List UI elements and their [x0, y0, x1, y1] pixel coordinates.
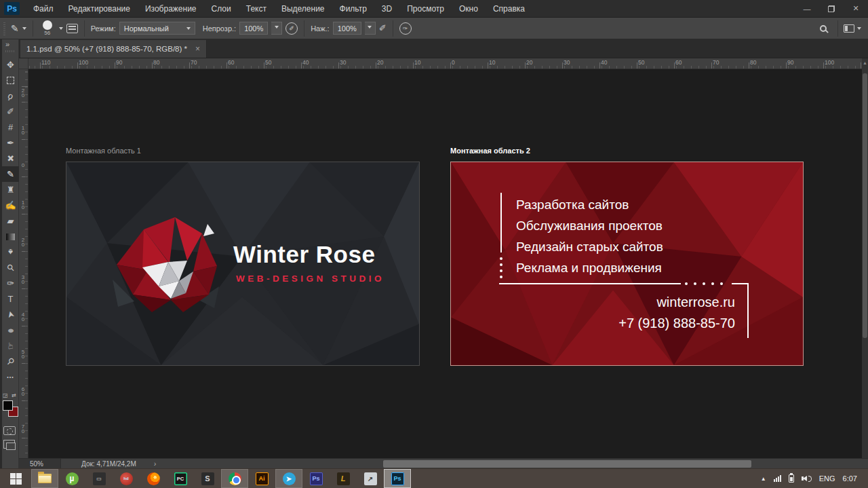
- language-indicator[interactable]: ENG: [819, 474, 835, 483]
- photoshop-active-icon: Ps: [391, 472, 404, 485]
- swap-colors-icon[interactable]: ◲⇄: [3, 392, 16, 398]
- tab-close-icon[interactable]: ×: [195, 44, 200, 54]
- taskbar-telegram[interactable]: ➤: [275, 469, 302, 488]
- flow-select[interactable]: 100%: [333, 22, 361, 35]
- opacity-select[interactable]: 100%: [239, 22, 268, 35]
- menu-filter[interactable]: Фильтр: [332, 0, 374, 18]
- search-icon[interactable]: [820, 25, 827, 32]
- clone-stamp-tool[interactable]: ♜: [2, 182, 19, 198]
- pen-tool[interactable]: ✑: [2, 276, 19, 291]
- quick-mask-button[interactable]: [3, 426, 16, 435]
- eraser-tool[interactable]: ▰: [2, 213, 19, 229]
- menu-select[interactable]: Выделение: [274, 0, 332, 18]
- scroll-up-icon[interactable]: ▲: [863, 60, 867, 65]
- toolbar-collapse-icon[interactable]: »: [5, 40, 9, 48]
- menu-view[interactable]: Просмотр: [399, 0, 452, 18]
- artboard1-label[interactable]: Монтажная область 1: [66, 147, 141, 155]
- taskbar-download-app[interactable]: hd: [113, 469, 140, 488]
- close-button[interactable]: ✕: [844, 0, 868, 18]
- taskbar-photoshop[interactable]: Ps: [302, 469, 330, 488]
- vertical-scroll-thumb[interactable]: [863, 73, 867, 338]
- ruler-label: 50: [20, 350, 26, 359]
- menu-window[interactable]: Окно: [452, 0, 486, 18]
- menu-layers[interactable]: Слои: [204, 0, 239, 18]
- network-signal-icon[interactable]: [774, 475, 781, 482]
- volume-icon[interactable]: [802, 476, 812, 482]
- clock[interactable]: 6:07: [843, 474, 857, 483]
- brush-picker-caret-icon[interactable]: [59, 27, 63, 32]
- crop-tool[interactable]: #: [2, 119, 19, 135]
- ruler-label: 10: [414, 59, 420, 66]
- taskbar-firefox[interactable]: [140, 469, 167, 488]
- vertical-scrollbar[interactable]: ▲: [862, 58, 868, 458]
- zoom-tool[interactable]: ⚲: [2, 354, 19, 369]
- brush-tool-preset-icon[interactable]: ✎: [11, 23, 19, 34]
- blend-mode-select[interactable]: Нормальный: [119, 22, 195, 35]
- brush-preview[interactable]: 56: [39, 20, 56, 36]
- rectangular-marquee-tool[interactable]: [2, 73, 19, 88]
- artboard1-business-card-front: Winter Rose WEB-DESIGN STUDIO: [66, 162, 420, 366]
- horizontal-scroll-thumb[interactable]: [383, 460, 751, 468]
- battery-icon[interactable]: [789, 474, 794, 483]
- restore-button[interactable]: [819, 0, 844, 18]
- zoom-level-field[interactable]: 50%: [19, 459, 61, 469]
- taskbar-photoshop-active[interactable]: Ps: [384, 469, 411, 488]
- chevron-down-icon: [368, 26, 372, 31]
- history-brush-tool[interactable]: ✍: [2, 198, 19, 213]
- gradient-tool[interactable]: [2, 229, 19, 244]
- hand-tool[interactable]: ☞: [2, 338, 19, 354]
- tool-preset-caret-icon[interactable]: [22, 27, 26, 32]
- foreground-color-swatch[interactable]: [3, 400, 13, 411]
- opacity-caret[interactable]: [271, 22, 282, 35]
- blur-tool[interactable]: ♠: [2, 244, 19, 260]
- quick-selection-tool[interactable]: ✐: [2, 104, 19, 119]
- menu-edit[interactable]: Редактирование: [61, 0, 138, 18]
- flow-caret[interactable]: [365, 22, 376, 35]
- taskbar-illustrator[interactable]: Ai: [248, 469, 275, 488]
- menu-3d[interactable]: 3D: [374, 0, 399, 18]
- airbrush-icon[interactable]: ✑: [399, 22, 412, 35]
- type-tool[interactable]: T: [2, 291, 19, 307]
- taskbar-file-explorer[interactable]: [31, 469, 58, 488]
- tray-expand-icon[interactable]: ▲: [761, 476, 766, 482]
- document-tab[interactable]: 1.1.psd @ 50% (+7 (918) 888-85-70, RGB/8…: [20, 40, 207, 58]
- dodge-tool[interactable]: ⚲: [2, 260, 19, 276]
- taskbar-converter-app[interactable]: L: [330, 469, 357, 488]
- path-selection-tool[interactable]: ➤: [2, 307, 19, 322]
- canvas-area[interactable]: Монтажная область 1 Монтажная область 2: [28, 69, 862, 458]
- lasso-tool[interactable]: ϙ: [2, 88, 19, 104]
- ellipse-tool[interactable]: ●: [2, 322, 19, 338]
- status-expand-icon[interactable]: ›: [154, 459, 157, 468]
- move-tool[interactable]: ✥: [2, 57, 19, 73]
- start-button[interactable]: [0, 469, 31, 488]
- service-item: Обслуживания проектов: [516, 215, 663, 236]
- stylus-pressure-icon[interactable]: ✐: [379, 23, 387, 33]
- ruler-label: 50: [638, 59, 644, 66]
- contact-block: winterrose.ru +7 (918) 888-85-70: [553, 292, 735, 334]
- edit-toolbar-button[interactable]: •••: [2, 369, 19, 385]
- menu-type[interactable]: Текст: [239, 0, 274, 18]
- opacity-value: 100%: [244, 24, 263, 33]
- screen-mode-button[interactable]: [3, 440, 15, 449]
- brush-panel-toggle-icon[interactable]: [66, 24, 78, 33]
- minimize-icon: —: [804, 5, 811, 13]
- taskbar-media-app[interactable]: ▭: [85, 469, 113, 488]
- eyedropper-tool[interactable]: ✒: [2, 135, 19, 151]
- taskbar-shortcut-app[interactable]: ↗: [357, 469, 384, 488]
- separator: [837, 20, 838, 37]
- converter-app-icon: L: [337, 472, 350, 485]
- brush-tool[interactable]: ✎: [2, 166, 19, 182]
- healing-brush-tool[interactable]: ✚: [2, 151, 19, 166]
- workspace-caret-icon[interactable]: [857, 27, 861, 32]
- minimize-button[interactable]: —: [795, 0, 819, 18]
- artboard2-label[interactable]: Монтажная область 2: [450, 147, 530, 155]
- menu-image[interactable]: Изображение: [138, 0, 204, 18]
- taskbar-chrome[interactable]: [221, 469, 248, 488]
- taskbar-pycharm[interactable]: PC: [167, 469, 194, 488]
- menu-file[interactable]: Файл: [26, 0, 61, 18]
- menu-help[interactable]: Справка: [486, 0, 532, 18]
- opacity-pressure-icon[interactable]: ✐: [285, 22, 298, 35]
- workspace-icon[interactable]: [844, 24, 854, 33]
- taskbar-utorrent[interactable]: µ: [58, 469, 85, 488]
- taskbar-sublime[interactable]: S: [194, 469, 221, 488]
